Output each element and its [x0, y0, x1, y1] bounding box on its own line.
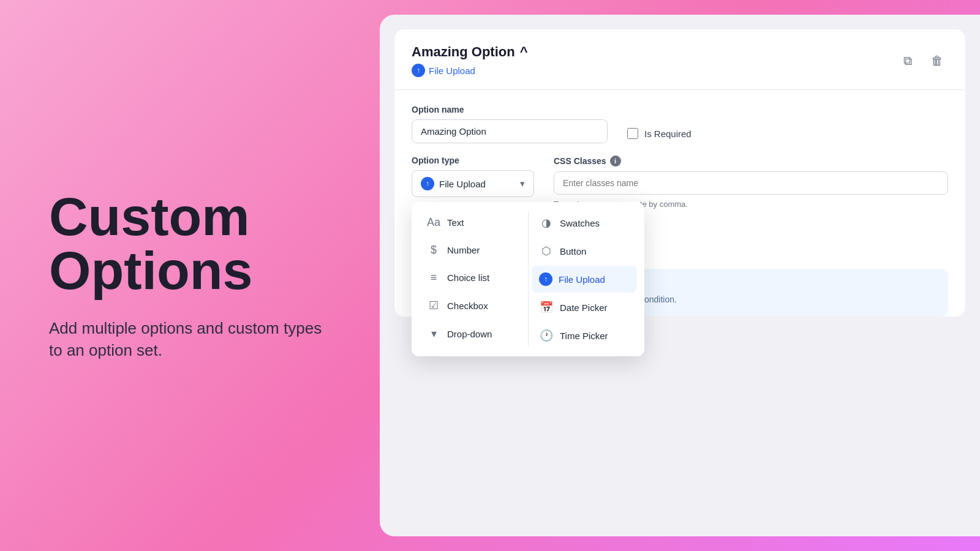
delete-button[interactable]: 🗑 — [926, 50, 948, 72]
dropdown-label: Drop-down — [447, 329, 492, 339]
is-required-row: Is Required — [627, 128, 692, 139]
dropdown-item-number[interactable]: $ Number — [419, 237, 524, 263]
main-card: Amazing Option ^ ↑ File Upload ⧉ 🗑 Optio… — [394, 29, 965, 317]
main-description: Add multiple options and custom types to… — [49, 317, 331, 362]
form-row-1: Option name Is Required — [412, 105, 948, 143]
checkbox-icon: ☑ — [426, 299, 441, 312]
text-label: Text — [447, 217, 464, 228]
option-title-row: Amazing Option ^ — [412, 44, 528, 60]
dropdown-item-button[interactable]: ⬡ Button — [532, 238, 637, 264]
type-select-button[interactable]: ↑ File Upload ▾ — [412, 170, 534, 197]
date-picker-label: Date Picker — [560, 302, 608, 313]
file-upload-label: File Upload — [559, 274, 605, 285]
dropdown-divider — [528, 212, 529, 347]
date-picker-icon: 📅 — [539, 301, 554, 314]
copy-button[interactable]: ⧉ — [897, 50, 919, 72]
type-icon: ↑ — [421, 177, 434, 190]
header-actions: ⧉ 🗑 — [897, 50, 948, 72]
left-panel: Custom Options Add multiple options and … — [0, 0, 380, 551]
right-panel: Amazing Option ^ ↑ File Upload ⧉ 🗑 Optio… — [380, 15, 980, 536]
swatches-icon: ◑ — [539, 216, 554, 230]
file-upload-badge[interactable]: ↑ File Upload — [412, 64, 528, 77]
type-label: File Upload — [439, 179, 486, 189]
option-title-text: Amazing Option — [412, 44, 515, 60]
button-label: Button — [560, 246, 586, 257]
dropdown-item-swatches[interactable]: ◑ Swatches — [532, 209, 637, 236]
dropdown-item-time-picker[interactable]: 🕐 Time Picker — [532, 322, 637, 349]
choice-list-label: Choice list — [447, 272, 489, 283]
is-required-checkbox[interactable] — [627, 128, 638, 139]
checkbox-label: Checkbox — [447, 301, 488, 311]
dropdown-icon: ▾ — [426, 327, 441, 340]
type-dropdown-menu: Aa Text $ Number ≡ Choice list — [412, 202, 644, 356]
css-classes-input[interactable] — [554, 171, 948, 195]
chevron-up-icon[interactable]: ^ — [520, 44, 528, 60]
option-type-label: Option type — [412, 156, 534, 165]
main-heading: Custom Options — [49, 190, 331, 298]
dropdown-item-dropdown[interactable]: ▾ Drop-down — [419, 320, 524, 347]
dropdown-right-col: ◑ Swatches ⬡ Button ↑ File Upload — [532, 209, 637, 349]
form-section: Option name Is Required Option type ↑ Fi… — [394, 90, 965, 223]
text-icon: Aa — [426, 216, 441, 229]
dropdown-left-col: Aa Text $ Number ≡ Choice list — [419, 209, 524, 349]
info-icon: i — [610, 156, 621, 167]
option-name-group: Option name — [412, 105, 608, 143]
option-type-group: Option type ↑ File Upload ▾ Aa — [412, 156, 534, 197]
dropdown-item-choice-list[interactable]: ≡ Choice list — [419, 264, 524, 291]
css-label-row: CSS Classes i — [554, 156, 948, 167]
time-picker-label: Time Picker — [560, 331, 608, 341]
option-name-label: Option name — [412, 105, 608, 114]
upload-icon: ↑ — [412, 64, 425, 77]
dropdown-grid: Aa Text $ Number ≡ Choice list — [419, 209, 637, 349]
css-classes-label: CSS Classes — [554, 156, 606, 166]
list-icon: ≡ — [426, 271, 441, 284]
number-icon: $ — [426, 244, 441, 257]
option-name-input[interactable] — [412, 119, 608, 143]
css-classes-section: CSS Classes i Type class name separate b… — [554, 156, 948, 209]
form-row-2: Option type ↑ File Upload ▾ Aa — [412, 156, 948, 209]
dropdown-item-file-upload[interactable]: ↑ File Upload — [532, 266, 637, 293]
dropdown-item-date-picker[interactable]: 📅 Date Picker — [532, 294, 637, 321]
number-label: Number — [447, 245, 480, 255]
dropdown-item-checkbox[interactable]: ☑ Checkbox — [419, 292, 524, 319]
is-required-label: Is Required — [644, 129, 692, 139]
file-upload-icon: ↑ — [539, 272, 552, 286]
chevron-down-icon: ▾ — [520, 178, 525, 189]
time-picker-icon: 🕐 — [539, 329, 554, 342]
option-header: Amazing Option ^ ↑ File Upload ⧉ 🗑 — [394, 29, 965, 90]
button-icon: ⬡ — [539, 244, 554, 258]
dropdown-item-text[interactable]: Aa Text — [419, 209, 524, 236]
swatches-label: Swatches — [560, 218, 600, 228]
